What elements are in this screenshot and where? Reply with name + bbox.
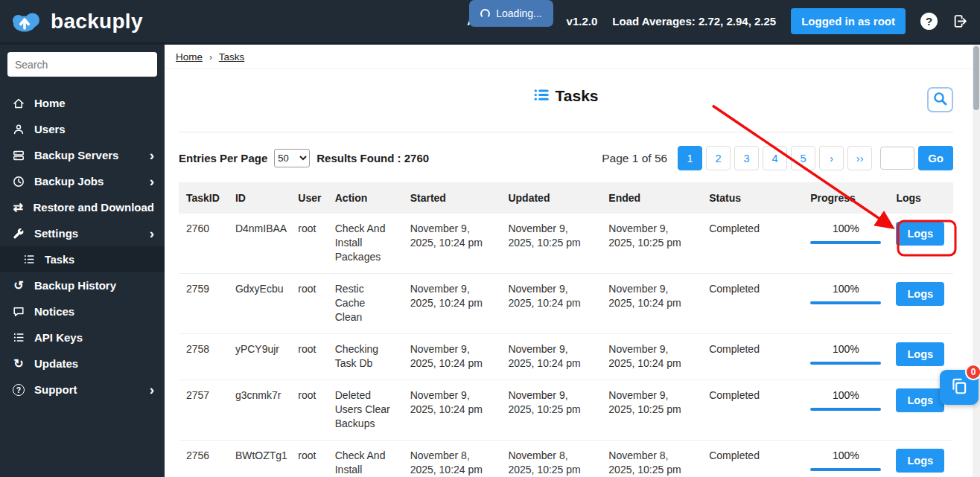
cell-action: Checking Task Db [328,334,403,380]
entries-per-page-select[interactable]: 50 [274,149,310,167]
cell-taskid: 2759 [179,274,228,334]
sidebar-item-restore-and-download[interactable]: ⇄ Restore and Download [0,194,165,220]
main-content: Home › Tasks Tasks Entries Per Page [165,45,980,477]
sidebar-item-support[interactable]: ? Support › [0,377,165,403]
cell-taskid: 2760 [179,214,228,274]
sidebar: Home Users Backup Servers › Backup Jobs … [0,45,165,477]
cell-id: g3cnmk7r [228,380,290,441]
cell-user: root [290,214,327,274]
notifications-widget[interactable]: 0 [940,370,979,405]
sidebar-item-notices[interactable]: Notices [0,298,165,324]
breadcrumb: Home › Tasks [165,45,980,69]
next-page-button[interactable]: › [819,146,844,170]
table-row: 2759 GdxyEcbu root Restic Cache Clean No… [179,274,953,334]
scrollbar-thumb[interactable] [973,46,979,110]
page-button-5[interactable]: 5 [791,146,815,170]
cell-logs: Logs [888,441,953,477]
cell-action: Check And Install Packages [328,214,403,274]
breadcrumb-home-link[interactable]: Home [176,51,203,63]
table-header-row: TaskID ID User Action Started Updated En… [179,182,953,214]
cell-started: November 9, 2025, 10:24 pm [403,274,501,334]
sidebar-search-input[interactable] [7,52,157,77]
go-button[interactable]: Go [918,146,953,170]
chevron-right-icon: › [150,226,154,240]
logged-in-as-root-button[interactable]: Logged in as root [791,8,906,34]
page-number-input[interactable] [880,147,914,170]
cell-action: Deleted Users Clear Backups [328,380,403,441]
sidebar-item-home[interactable]: Home [0,90,165,116]
results-found-label: Results Found : 2760 [316,152,429,164]
logs-button[interactable]: Logs [896,388,944,412]
help-icon[interactable]: ? [920,13,938,30]
logout-icon[interactable] [952,13,968,29]
wrench-icon [12,228,25,240]
page-button-3[interactable]: 3 [734,146,759,170]
sidebar-nav: Home Users Backup Servers › Backup Jobs … [0,90,165,403]
cell-ended: November 9, 2025, 10:25 pm [601,214,701,274]
app-version-label: v1.2.0 [567,15,598,28]
column-header-started: Started [403,182,501,214]
sidebar-item-label: Backup Jobs [34,175,104,188]
cell-status: Completed [701,214,803,274]
logs-button[interactable]: Logs [896,222,944,246]
cell-ended: November 9, 2025, 10:24 pm [601,274,701,334]
cell-taskid: 2756 [179,441,228,477]
sidebar-item-updates[interactable]: ↻ Updates [0,350,165,377]
sidebar-item-label: Settings [34,227,78,240]
notification-badge: 0 [965,364,980,380]
cell-status: Completed [701,380,803,441]
column-header-user: User [290,182,327,214]
server-icon [12,150,25,161]
sidebar-item-api-keys[interactable]: API Keys [0,324,165,350]
logs-button[interactable]: Logs [896,449,944,473]
cell-taskid: 2758 [179,334,228,380]
cell-started: November 9, 2025, 10:24 pm [403,214,501,274]
page-button-4[interactable]: 4 [763,146,787,170]
table-search-button[interactable] [927,87,953,112]
cell-ended: November 8, 2025, 10:25 pm [601,441,701,477]
sidebar-item-label: Users [34,123,66,135]
home-icon [12,97,25,109]
tasks-list-icon [534,87,549,105]
table-row: 2758 yPCY9ujr root Checking Task Db Nove… [179,334,953,380]
cell-user: root [290,380,327,441]
page-button-2[interactable]: 2 [706,146,731,170]
progress-bar [810,408,881,411]
sidebar-item-users[interactable]: Users [0,116,165,142]
vertical-scrollbar[interactable] [973,45,980,477]
load-averages-label: Load Averages: 2.72, 2.94, 2.25 [612,15,776,28]
cell-status: Completed [701,334,803,380]
cell-user: root [290,334,327,380]
brand-logo[interactable]: backuply [0,6,143,37]
copy-documents-icon [949,377,969,399]
sidebar-item-tasks[interactable]: Tasks [0,246,165,272]
column-header-taskid: TaskID [179,182,228,214]
cell-updated: November 9, 2025, 10:25 pm [500,380,601,441]
search-icon [933,92,947,108]
column-header-updated: Updated [500,182,601,214]
sidebar-item-label: Notices [34,305,74,318]
sidebar-item-backup-servers[interactable]: Backup Servers › [0,142,165,168]
page-button-1[interactable]: 1 [678,146,702,170]
brand-name: backuply [51,10,143,33]
loading-toast-label: Loading... [496,7,542,19]
user-icon [12,124,25,135]
cell-id: GdxyEcbu [228,274,290,334]
page-title-text: Tasks [556,87,599,105]
cell-status: Completed [701,274,803,334]
logs-button[interactable]: Logs [896,342,944,366]
sidebar-item-settings[interactable]: Settings › [0,220,165,246]
logs-button[interactable]: Logs [896,282,944,306]
sidebar-item-backup-history[interactable]: ↺ Backup History [0,272,165,298]
cell-progress: 100% [803,441,888,477]
breadcrumb-tasks-link[interactable]: Tasks [219,51,245,63]
sidebar-item-backup-jobs[interactable]: Backup Jobs › [0,168,165,194]
last-page-button[interactable]: ›› [847,146,872,170]
sidebar-item-label: Backup Servers [34,149,118,161]
cell-id: BWtOZTg1 [228,441,290,477]
table-row: 2757 g3cnmk7r root Deleted Users Clear B… [179,380,953,441]
table-row: 2756 BWtOZTg1 root Check And Install Pac… [179,441,953,477]
loading-toast: Loading... [469,0,553,27]
sidebar-item-label: Updates [34,357,78,370]
column-header-id: ID [228,182,290,214]
